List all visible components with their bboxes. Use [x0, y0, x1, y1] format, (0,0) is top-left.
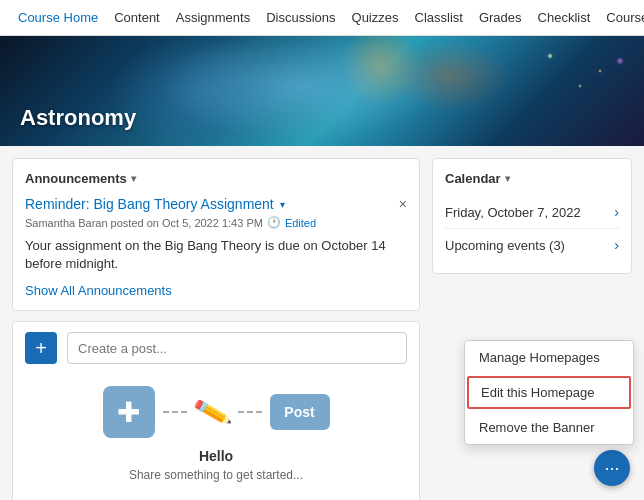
announcement-title-row: Reminder: Big Bang Theory Assignment ▾ ×	[25, 196, 407, 212]
calendar-date-text: Friday, October 7, 2022	[445, 205, 581, 220]
create-post-input[interactable]	[67, 332, 407, 364]
dashed-line	[163, 411, 187, 413]
calendar-date-arrow-icon: ›	[614, 204, 619, 220]
create-post-card: + ✚ ✏️ Post Hello Share something to get…	[12, 321, 420, 500]
announcement-edited-badge: Edited	[285, 217, 316, 229]
post-box: Post	[270, 394, 330, 430]
empty-state-subtitle: Share something to get started...	[129, 468, 303, 482]
nav-content[interactable]: Content	[106, 0, 168, 36]
fab-icon: ···	[604, 458, 619, 479]
manage-homepages-item[interactable]: Manage Homepages	[465, 341, 633, 374]
edit-homepage-item[interactable]: Edit this Homepage	[467, 376, 631, 409]
right-column: Calendar ▾ Friday, October 7, 2022 › Upc…	[432, 158, 632, 500]
create-post-row: +	[25, 332, 407, 364]
calendar-chevron-icon[interactable]: ▾	[505, 173, 510, 184]
nav-grades[interactable]: Grades	[471, 0, 530, 36]
announcements-header: Announcements ▾	[25, 171, 407, 186]
announcement-title-chevron-icon[interactable]: ▾	[280, 199, 285, 210]
course-banner: Astronomy	[0, 36, 644, 146]
left-column: Announcements ▾ Reminder: Big Bang Theor…	[12, 158, 420, 500]
nav-course-tools[interactable]: Course Tools ▾	[598, 0, 644, 36]
empty-state-illustration: ✚ ✏️ Post	[103, 386, 330, 438]
empty-plus-box: ✚	[103, 386, 155, 438]
nav-classlist[interactable]: Classlist	[407, 0, 471, 36]
nav-quizzes[interactable]: Quizzes	[344, 0, 407, 36]
announcements-chevron-icon[interactable]: ▾	[131, 173, 136, 184]
empty-state-title: Hello	[199, 448, 233, 464]
nav-discussions[interactable]: Discussions	[258, 0, 343, 36]
fab-button[interactable]: ···	[594, 450, 630, 486]
nav-course-home[interactable]: Course Home	[10, 0, 106, 36]
announcement-title-link[interactable]: Reminder: Big Bang Theory Assignment	[25, 196, 274, 212]
empty-state: ✚ ✏️ Post Hello Share something to get s…	[25, 376, 407, 497]
pencil-icon: ✏️	[191, 392, 233, 433]
calendar-card: Calendar ▾ Friday, October 7, 2022 › Upc…	[432, 158, 632, 274]
homepage-dropdown-menu: Manage Homepages Edit this Homepage Remo…	[464, 340, 634, 445]
top-navigation: Course Home Content Assignments Discussi…	[0, 0, 644, 36]
course-title: Astronomy	[20, 105, 136, 131]
dashed-line-2	[238, 411, 262, 413]
main-content: Announcements ▾ Reminder: Big Bang Theor…	[0, 146, 644, 500]
calendar-upcoming-text: Upcoming events (3)	[445, 238, 565, 253]
clock-icon: 🕐	[267, 216, 281, 229]
calendar-upcoming-arrow-icon: ›	[614, 237, 619, 253]
nav-assignments[interactable]: Assignments	[168, 0, 258, 36]
announcement-body: Your assignment on the Big Bang Theory i…	[25, 237, 407, 273]
announcement-meta: Samantha Baran posted on Oct 5, 2022 1:4…	[25, 216, 407, 229]
remove-banner-item[interactable]: Remove the Banner	[465, 411, 633, 444]
announcement-close-button[interactable]: ×	[399, 197, 407, 211]
calendar-header: Calendar ▾	[445, 171, 619, 186]
show-all-announcements-link[interactable]: Show All Announcements	[25, 283, 172, 298]
announcements-card: Announcements ▾ Reminder: Big Bang Theor…	[12, 158, 420, 311]
calendar-date-item[interactable]: Friday, October 7, 2022 ›	[445, 196, 619, 229]
nav-checklist[interactable]: Checklist	[530, 0, 599, 36]
create-post-plus-button[interactable]: +	[25, 332, 57, 364]
calendar-upcoming-item[interactable]: Upcoming events (3) ›	[445, 229, 619, 261]
